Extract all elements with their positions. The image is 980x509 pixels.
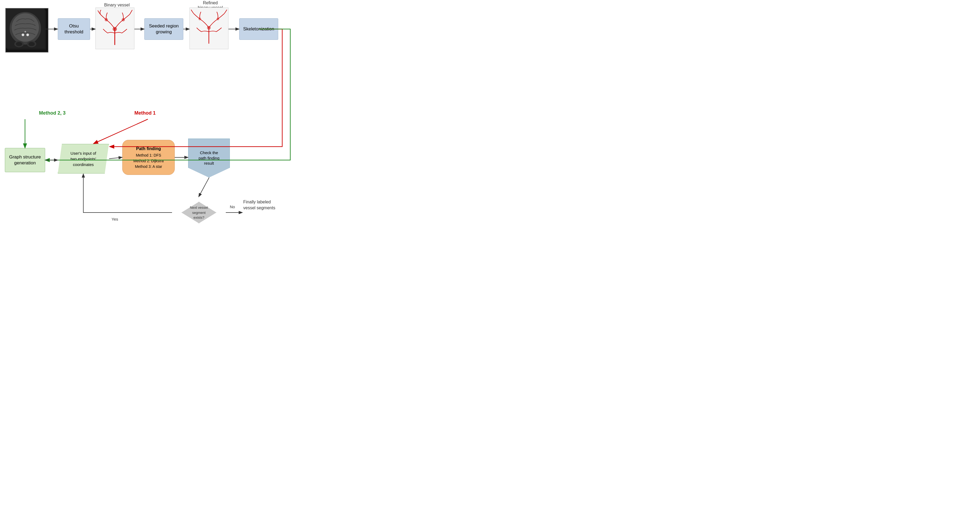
path-finding-title: Path finding	[136, 145, 161, 152]
finally-labeled-label: Finally labeled vessel segments	[243, 199, 275, 211]
diamond-text: Next vessel segment exists?	[190, 205, 208, 220]
svg-point-15	[113, 27, 117, 31]
skeletonization-box: Skeletonization	[239, 18, 278, 40]
svg-point-8	[24, 31, 26, 33]
svg-point-11	[16, 42, 22, 46]
yes-label: Yes	[111, 217, 118, 222]
otsu-threshold-box: Otsu threshold	[58, 18, 90, 40]
path-finding-methods: Method 1: DFS Method 2: Dijkstra Method …	[133, 153, 164, 169]
path-finding-box: Path finding Method 1: DFS Method 2: Dij…	[122, 140, 175, 175]
svg-point-5	[11, 13, 39, 42]
diagram-container: Otsu threshold Binary vessel	[0, 0, 490, 254]
svg-point-7	[26, 34, 29, 36]
method23-label: Method 2, 3	[39, 110, 65, 116]
binary-vessel-label: Binary vessel	[99, 3, 134, 8]
svg-point-16	[105, 18, 108, 22]
method1-label: Method 1	[134, 110, 156, 116]
refined-vessel-image	[189, 8, 229, 49]
svg-line-29	[109, 157, 122, 159]
seeded-region-growing-box: Seeded region growing	[144, 18, 183, 40]
user-input-box: User's input of two endpoints' coordinat…	[58, 144, 109, 174]
check-result-box: Check the path finding result	[188, 139, 230, 177]
svg-line-31	[199, 177, 209, 196]
binary-vessel-image	[95, 8, 134, 49]
diamond-wrap: Next vessel segment exists?	[172, 196, 226, 229]
svg-point-21	[199, 18, 201, 21]
svg-point-20	[207, 26, 211, 30]
svg-point-6	[22, 34, 24, 36]
svg-point-22	[216, 18, 220, 21]
mri-image	[5, 8, 48, 53]
svg-point-17	[122, 18, 125, 22]
no-label: No	[230, 204, 235, 209]
graph-structure-box: Graph structure generation	[5, 148, 45, 172]
svg-point-12	[29, 42, 35, 46]
